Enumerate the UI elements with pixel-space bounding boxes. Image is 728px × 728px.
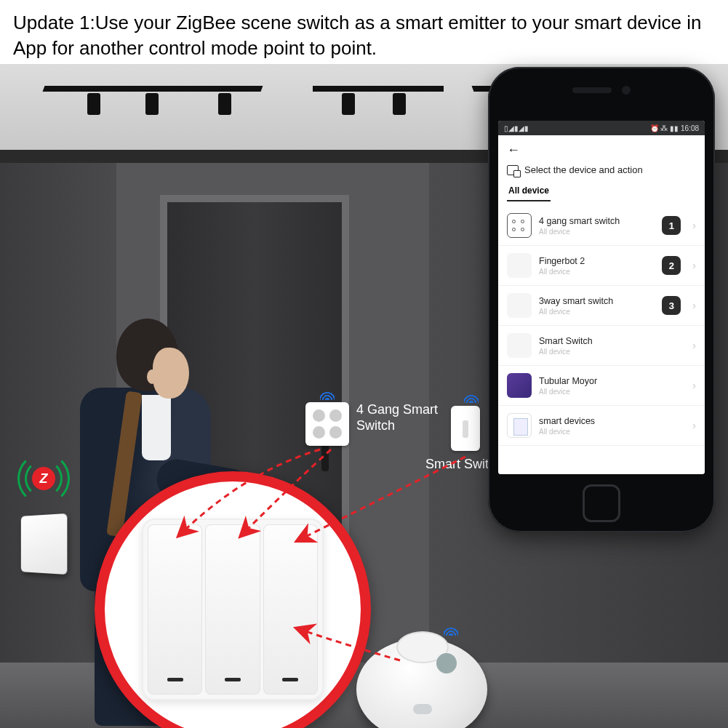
device-subtitle: All device (539, 228, 655, 236)
device-subtitle: All device (539, 308, 655, 316)
device-text: 3way smart switchAll device (539, 296, 655, 316)
device-item[interactable]: 3way smart switchAll device3› (498, 286, 705, 326)
device-subtitle: All device (539, 428, 681, 436)
device-item[interactable]: 4 gang smart switchAll device1› (498, 206, 705, 246)
device-title: Smart Switch (539, 336, 681, 346)
device-text: 4 gang smart switchAll device (539, 216, 655, 236)
spotlight (145, 93, 159, 115)
chevron-right-icon: › (692, 380, 696, 391)
device-badge: 1 (662, 216, 681, 235)
device-icon (507, 293, 532, 318)
gang-button (205, 524, 260, 695)
spotlight (218, 93, 231, 115)
four-gang-label: 4 Gang Smart Switch (356, 402, 438, 433)
phone-speaker (488, 83, 715, 96)
device-text: Fingerbot 2All device (539, 256, 655, 276)
device-item[interactable]: Fingerbot 2All device2› (498, 246, 705, 286)
room-scene: Z 4 Gang Smart Switch Smart Switch (0, 64, 728, 728)
app-header: ← Select the device and action All devic… (498, 135, 705, 206)
robot-vacuum-icon (356, 631, 487, 728)
device-subtitle: All device (539, 388, 681, 396)
device-text: Smart SwitchAll device (539, 336, 681, 356)
status-bar: ▯◢▮◢▮ ⏰ ⁂ ▮▮ 16:08 (498, 121, 705, 135)
device-icon (507, 213, 532, 238)
device-icon (507, 333, 532, 358)
three-gang-switch (142, 519, 324, 700)
chevron-right-icon: › (692, 220, 696, 231)
device-item[interactable]: Smart SwitchAll device› (498, 326, 705, 366)
device-item[interactable]: Tubular MoyorAll device› (498, 366, 705, 406)
wifi-icon (464, 388, 479, 403)
device-text: smart devicesAll device (539, 416, 681, 436)
device-list: 4 gang smart switchAll device1›Fingerbot… (498, 206, 705, 474)
device-item[interactable]: smart devicesAll device› (498, 406, 705, 446)
chevron-right-icon: › (692, 300, 696, 311)
device-subtitle: All device (539, 348, 681, 356)
spotlight (87, 93, 100, 115)
home-button[interactable] (583, 484, 620, 522)
back-icon[interactable]: ← (507, 143, 520, 157)
app-screen: ▯◢▮◢▮ ⏰ ⁂ ▮▮ 16:08 ← Select the device a… (498, 121, 705, 474)
four-gang-switch-icon (305, 402, 349, 446)
device-icon (507, 413, 532, 438)
device-icon (507, 253, 532, 278)
gang-button (263, 524, 318, 695)
device-title: smart devices (539, 416, 681, 426)
status-right: ⏰ ⁂ ▮▮ 16:08 (650, 124, 699, 132)
device-title: Fingerbot 2 (539, 256, 655, 266)
chevron-right-icon: › (692, 420, 696, 431)
smart-switch-icon (451, 406, 480, 451)
chevron-right-icon: › (692, 260, 696, 271)
spotlight (342, 93, 355, 115)
device-title: Tubular Moyor (539, 376, 681, 386)
device-badge: 2 (662, 256, 681, 275)
select-title: Select the device and action (524, 164, 643, 175)
device-badge: 3 (662, 296, 681, 315)
track-light (313, 86, 444, 92)
device-title: 3way smart switch (539, 296, 655, 306)
spotlight (393, 93, 406, 115)
tab-all-device[interactable]: All device (507, 183, 551, 201)
phone-mockup: ▯◢▮◢▮ ⏰ ⁂ ▮▮ 16:08 ← Select the device a… (488, 67, 715, 532)
wifi-icon (320, 385, 335, 400)
status-left: ▯◢▮◢▮ (504, 124, 529, 132)
device-subtitle: All device (539, 268, 655, 276)
gang-button (148, 524, 202, 695)
device-text: Tubular MoyorAll device (539, 376, 681, 396)
header-caption: Update 1:Use your ZigBee scene switch as… (0, 0, 728, 68)
device-icon (507, 373, 532, 398)
device-title: 4 gang smart switch (539, 216, 655, 226)
track-light (43, 86, 263, 92)
select-icon (507, 165, 519, 175)
chevron-right-icon: › (692, 340, 696, 351)
